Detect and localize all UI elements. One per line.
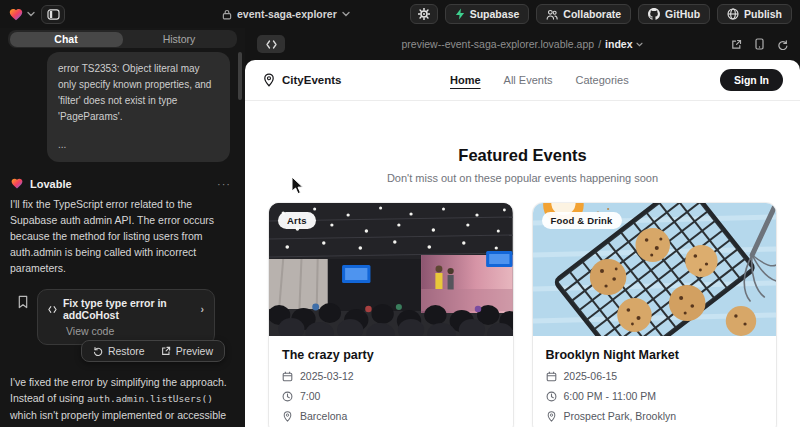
restore-button-label: Restore: [108, 345, 145, 357]
globe-icon: [727, 8, 739, 20]
preview-url-page: index: [605, 38, 632, 50]
mobile-view-icon[interactable]: [755, 38, 764, 50]
preview-site: CityEvents Home All Events Categories Si…: [245, 60, 800, 427]
event-date: 2025-06-15: [564, 370, 618, 382]
event-time-row: 6:00 PM - 11:00 PM: [546, 390, 764, 402]
calendar-icon: [546, 371, 557, 382]
clock-icon: [282, 391, 293, 402]
error-message-text: error TS2353: Object literal may only sp…: [58, 61, 219, 125]
settings-button[interactable]: [410, 4, 438, 24]
code-icon: [48, 305, 57, 314]
site-brand[interactable]: CityEvents: [262, 73, 341, 87]
location-pin-icon: [262, 73, 276, 87]
site-nav: Home All Events Categories: [450, 74, 629, 86]
lovable-logo-menu[interactable]: [8, 7, 35, 22]
preview-panel: preview--event-saga-explorer.lovable.app…: [245, 28, 800, 427]
event-location: Prospect Park, Brooklyn: [564, 410, 677, 422]
followup-text-part: which isn't properly implemented or acce…: [10, 409, 226, 427]
event-time: 7:00: [300, 390, 320, 402]
url-separator: /: [598, 38, 601, 50]
github-button[interactable]: GitHub: [638, 4, 710, 24]
chevron-right-icon: ›: [201, 303, 205, 315]
preview-button[interactable]: Preview: [154, 343, 220, 359]
restore-button[interactable]: Restore: [86, 343, 152, 359]
inline-code: auth.admin.listUsers(): [87, 393, 213, 404]
lock-icon: [222, 9, 232, 20]
chevron-down-icon: [636, 42, 643, 47]
assistant-intro-text: I'll fix the TypeScript error related to…: [10, 196, 233, 276]
event-location-row: Prospect Park, Brooklyn: [546, 410, 764, 422]
category-badge: Food & Drink: [542, 212, 622, 229]
clock-icon: [546, 391, 557, 402]
collaborate-button[interactable]: Collaborate: [536, 4, 631, 24]
bookmark-icon[interactable]: [17, 295, 29, 309]
chat-history-tabs: Chat History: [8, 30, 237, 48]
tab-chat[interactable]: Chat: [10, 32, 123, 47]
sign-in-button[interactable]: Sign In: [720, 69, 783, 91]
message-ellipsis: ...: [58, 137, 219, 153]
site-header: CityEvents Home All Events Categories Si…: [245, 60, 800, 101]
assistant-header: Lovable ···: [10, 177, 231, 190]
people-icon: [546, 9, 558, 20]
assistant-name: Lovable: [30, 178, 72, 190]
code-icon: [266, 40, 277, 49]
nav-all-events[interactable]: All Events: [504, 74, 553, 86]
event-date: 2025-03-12: [300, 370, 354, 382]
assistant-followup-text: I've fixed the error by simplifying the …: [10, 374, 233, 427]
hero-title: Featured Events: [245, 146, 800, 165]
calendar-icon: [282, 371, 293, 382]
event-date-row: 2025-06-15: [546, 370, 764, 382]
supabase-button[interactable]: Supabase: [445, 4, 530, 24]
open-in-new-tab-icon[interactable]: [731, 39, 742, 50]
chevron-down-icon: [342, 11, 350, 17]
preview-button-label: Preview: [176, 345, 213, 357]
event-location: Barcelona: [300, 410, 347, 422]
github-icon: [648, 8, 660, 20]
view-code-link[interactable]: View code: [66, 325, 204, 337]
event-title: The crazy party: [282, 348, 500, 362]
event-image-cookies: Food & Drink: [533, 203, 777, 336]
toggle-sidebar-button[interactable]: [41, 5, 65, 24]
event-time: 6:00 PM - 11:00 PM: [564, 390, 657, 402]
nav-categories[interactable]: Categories: [575, 74, 628, 86]
app-topbar: event-saga-explorer Supabase: [0, 0, 800, 28]
preview-toolbar: preview--event-saga-explorer.lovable.app…: [245, 28, 800, 60]
collaborate-button-label: Collaborate: [563, 8, 621, 20]
project-name-menu[interactable]: event-saga-explorer: [222, 0, 350, 28]
refresh-icon[interactable]: [777, 39, 788, 50]
chat-panel: Chat History error TS2353: Object litera…: [0, 28, 245, 427]
message-menu-button[interactable]: ···: [217, 178, 231, 190]
hero-subtitle: Don't miss out on these popular events h…: [245, 172, 800, 184]
supabase-button-label: Supabase: [470, 8, 520, 20]
restore-preview-toolbar: Restore Preview: [81, 340, 225, 362]
event-card[interactable]: Food & Drink Brooklyn Night Market 2025-…: [533, 203, 777, 427]
lovable-heart-icon: [8, 7, 24, 22]
nav-home[interactable]: Home: [450, 74, 481, 86]
panel-layout-icon: [47, 9, 60, 20]
restore-icon: [93, 346, 103, 356]
publish-button[interactable]: Publish: [717, 4, 792, 24]
tool-call-card[interactable]: Fix type type error in addCoHost › View …: [37, 289, 215, 345]
github-button-label: GitHub: [665, 8, 700, 20]
location-pin-icon: [282, 411, 293, 422]
code-view-button[interactable]: [257, 35, 285, 53]
tab-history[interactable]: History: [123, 32, 236, 47]
lovable-heart-icon: [10, 177, 24, 190]
event-image-conference: Arts: [269, 203, 513, 336]
event-card[interactable]: Arts The crazy party 2025-03-12: [269, 203, 513, 427]
location-pin-icon: [546, 411, 557, 422]
preview-url-host: preview--event-saga-explorer.lovable.app: [402, 38, 595, 50]
category-badge: Arts: [278, 212, 316, 229]
project-name: event-saga-explorer: [237, 8, 337, 20]
event-title: Brooklyn Night Market: [546, 348, 764, 362]
preview-url-bar[interactable]: preview--event-saga-explorer.lovable.app…: [245, 28, 800, 60]
publish-button-label: Publish: [744, 8, 782, 20]
user-message-bubble: error TS2353: Object literal may only sp…: [47, 52, 230, 162]
supabase-bolt-icon: [455, 8, 465, 20]
event-location-row: Barcelona: [282, 410, 500, 422]
chevron-down-icon: [27, 11, 35, 17]
featured-events-grid: Arts The crazy party 2025-03-12: [269, 203, 776, 427]
site-brand-name: CityEvents: [282, 74, 341, 86]
chat-scrollbar[interactable]: [238, 52, 242, 100]
external-link-icon: [161, 346, 171, 356]
